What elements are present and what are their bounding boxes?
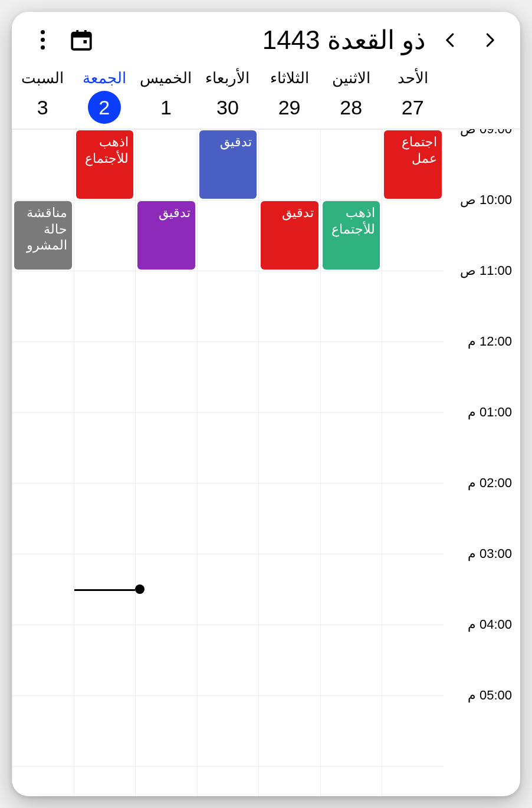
day-column[interactable]: مناقشة حالة المشرو [12,129,74,796]
day-number: 30 [211,91,244,124]
day-number: 2 [88,91,121,124]
day-header[interactable]: الأربعاء30 [197,69,259,124]
day-number: 3 [26,91,59,124]
chevron-left-icon [442,29,459,51]
week-grid[interactable]: 09:00 ص10:00 ص11:00 ص12:00 م01:00 م02:00… [12,129,520,796]
time-label: 11:00 ص [460,263,512,278]
calendar-event[interactable]: تدقيق [199,130,257,199]
day-name: الخميس [135,69,197,87]
day-name: الاثنين [320,69,382,87]
svg-rect-4 [84,40,87,44]
time-label: 05:00 م [468,688,512,703]
calendar-event[interactable]: تدقيق [261,201,318,270]
calendar-event[interactable]: مناقشة حالة المشرو [14,201,72,270]
next-period-button[interactable] [475,26,504,54]
day-column[interactable]: تدقيق [135,129,197,796]
svg-rect-3 [84,30,87,35]
day-column[interactable]: تدقيق [197,129,259,796]
current-time-dot [135,584,145,594]
time-label: 04:00 م [468,617,512,632]
day-headers: الأحد27الاثنين28الثلاثاء29الأربعاء30الخم… [12,61,520,129]
time-gutter-header [444,69,520,124]
topbar: ذو القعدة 1443 [12,12,520,61]
day-number: 1 [149,91,182,124]
calendar-app: ذو القعدة 1443 الأحد27الاثنين28الثلاثاء2… [12,12,520,796]
month-title[interactable]: ذو القعدة 1443 [262,25,426,55]
calendar-event[interactable]: اجتماع عمل [384,130,442,199]
time-gutter: 09:00 ص10:00 ص11:00 ص12:00 م01:00 م02:00… [444,129,520,796]
day-header[interactable]: الأحد27 [382,69,444,124]
day-header[interactable]: الجمعة2 [74,69,136,124]
day-number: 28 [334,91,367,124]
svg-rect-1 [72,32,91,37]
day-column[interactable]: اجتماع عمل [382,129,444,796]
time-label: 03:00 م [468,546,512,561]
prev-period-button[interactable] [436,26,465,54]
calendar-event[interactable]: اذهب للأجتماع [76,130,134,199]
time-label: 09:00 ص [460,129,512,137]
calendar-icon [69,28,94,52]
today-button[interactable] [67,26,96,54]
svg-rect-2 [76,30,78,35]
day-column[interactable]: اذهب للأجتماع [74,129,136,796]
time-label: 01:00 م [468,405,512,420]
calendar-event[interactable]: تدقيق [137,201,195,270]
time-label: 02:00 م [468,475,512,491]
day-column[interactable]: اذهب للأجتماع [320,129,382,796]
day-name: الأربعاء [197,69,259,87]
day-header[interactable]: السبت3 [12,69,74,124]
day-header[interactable]: الثلاثاء29 [258,69,320,124]
time-label: 10:00 ص [460,192,512,208]
current-time-line [74,589,136,591]
time-label: 12:00 م [468,334,512,349]
day-columns: اجتماع عملاذهب للأجتماعتدقيقتدقيقتدقيقاذ… [12,129,444,796]
chevron-right-icon [481,29,498,51]
calendar-event[interactable]: اذهب للأجتماع [323,201,380,270]
more-menu-button[interactable] [28,26,57,54]
day-header[interactable]: الاثنين28 [320,69,382,124]
day-header[interactable]: الخميس1 [135,69,197,124]
more-vertical-icon [41,30,45,50]
day-column[interactable]: تدقيق [258,129,320,796]
day-name: الأحد [382,69,444,87]
day-number: 29 [273,91,306,124]
day-name: الثلاثاء [258,69,320,87]
day-name: السبت [12,69,74,87]
day-name: الجمعة [74,69,136,87]
day-number: 27 [396,91,429,124]
